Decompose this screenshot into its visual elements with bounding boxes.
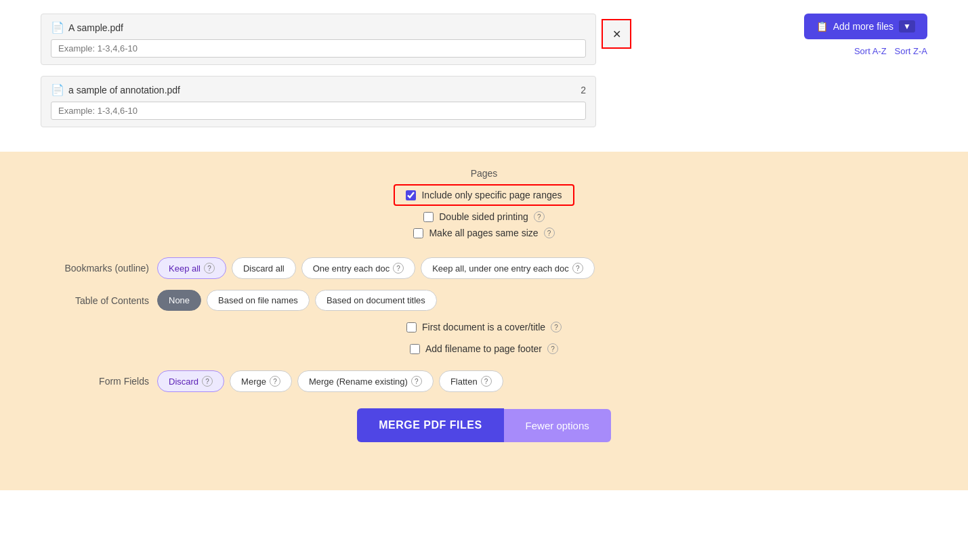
file-name-1: A sample.pdf (68, 22, 123, 33)
toc-doc-titles-btn[interactable]: Based on document titles (315, 290, 437, 311)
file-name-2: a sample of annotation.pdf (68, 85, 180, 95)
file-icon-2: 📄 (51, 83, 64, 96)
toc-row: Table of Contents None Based on file nam… (41, 290, 927, 311)
flatten-help-icon[interactable]: ? (481, 376, 492, 387)
keep-all-under-help-icon[interactable]: ? (572, 263, 583, 274)
sort-za-link[interactable]: Sort Z-A (895, 46, 927, 56)
toc-btn-group: None Based on file names Based on docume… (157, 290, 437, 311)
options-section: Pages Include only specific page ranges … (0, 152, 968, 490)
double-sided-help-icon[interactable]: ? (534, 211, 545, 222)
cover-checkbox[interactable] (406, 322, 417, 332)
same-size-label: Make all pages same size (429, 228, 538, 238)
form-merge-btn[interactable]: Merge ? (230, 370, 292, 392)
bookmarks-keep-all-under-btn[interactable]: Keep all, under one entry each doc ? (421, 257, 595, 279)
file-entry-1: 📄 A sample.pdf (41, 14, 596, 65)
form-flatten-btn[interactable]: Flatten ? (439, 370, 503, 392)
include-ranges-label: Include only specific page ranges (421, 190, 562, 200)
add-more-files-button[interactable]: 📋 Add more files ▼ (804, 14, 927, 39)
file-pages-2: 2 (581, 85, 586, 95)
pages-section: Pages Include only specific page ranges … (41, 168, 927, 244)
footer-checkbox[interactable] (410, 344, 420, 354)
add-more-label: Add more files (833, 21, 893, 32)
fewer-options-button[interactable]: Fewer options (504, 409, 611, 442)
discard-help-icon[interactable]: ? (202, 376, 213, 387)
form-fields-row: Form Fields Discard ? Merge ? Merge (Ren… (41, 370, 927, 392)
page-range-input-2[interactable] (51, 102, 586, 120)
bookmarks-btn-group: Keep all ? Discard all One entry each do… (157, 257, 595, 279)
sidebar-actions: 📋 Add more files ▼ Sort A-Z Sort Z-A (804, 14, 927, 56)
cover-help-icon[interactable]: ? (551, 322, 562, 332)
form-fields-btn-group: Discard ? Merge ? Merge (Rename existing… (157, 370, 503, 392)
same-size-row: Make all pages same size ? (413, 228, 554, 238)
merge-help-icon[interactable]: ? (270, 376, 280, 387)
merge-pdf-button[interactable]: MERGE PDF FILES (357, 408, 503, 442)
bookmarks-label: Bookmarks (outline) (41, 263, 149, 274)
upload-icon: 📋 (816, 21, 828, 32)
merge-footer: MERGE PDF FILES Fewer options (41, 408, 927, 442)
same-size-help-icon[interactable]: ? (544, 228, 555, 238)
cover-row: First document is a cover/title ? (406, 322, 562, 332)
toc-none-btn[interactable]: None (157, 290, 201, 311)
toc-file-names-btn[interactable]: Based on file names (207, 290, 310, 311)
footer-help-icon[interactable]: ? (547, 343, 558, 354)
dropdown-arrow-icon: ▼ (899, 20, 915, 33)
sort-az-link[interactable]: Sort A-Z (854, 46, 887, 56)
extra-checkboxes: First document is a cover/title ? Add fi… (41, 322, 927, 360)
file-entry-2: 📄 a sample of annotation.pdf 2 (41, 76, 596, 127)
cover-label: First document is a cover/title (422, 322, 545, 332)
file-icon-1: 📄 (51, 21, 64, 34)
bookmarks-keep-all-btn[interactable]: Keep all ? (157, 257, 226, 279)
page-range-input-1[interactable] (51, 39, 586, 58)
toc-label: Table of Contents (41, 295, 149, 306)
double-sided-label: Double sided printing (439, 211, 528, 222)
form-fields-label: Form Fields (41, 376, 149, 387)
footer-label: Add filename to page footer (425, 343, 542, 354)
form-merge-rename-btn[interactable]: Merge (Rename existing) ? (297, 370, 434, 392)
keep-all-help-icon[interactable]: ? (204, 263, 215, 274)
sort-links: Sort A-Z Sort Z-A (854, 46, 927, 56)
form-discard-btn[interactable]: Discard ? (157, 370, 224, 392)
close-file-1-button[interactable]: ✕ (602, 19, 631, 49)
merge-rename-help-icon[interactable]: ? (411, 376, 422, 387)
bookmarks-row: Bookmarks (outline) Keep all ? Discard a… (41, 257, 927, 279)
one-entry-help-icon[interactable]: ? (393, 263, 404, 274)
pages-label: Pages (471, 168, 498, 179)
bookmarks-discard-all-btn[interactable]: Discard all (232, 257, 296, 279)
close-icon-1: ✕ (612, 28, 621, 41)
include-ranges-row: Include only specific page ranges (394, 184, 574, 206)
double-sided-checkbox[interactable] (423, 212, 434, 222)
same-size-checkbox[interactable] (413, 228, 423, 238)
double-sided-row: Double sided printing ? (423, 211, 545, 222)
include-ranges-checkbox[interactable] (406, 190, 416, 200)
footer-row: Add filename to page footer ? (410, 343, 558, 354)
bookmarks-one-entry-btn[interactable]: One entry each doc ? (301, 257, 415, 279)
